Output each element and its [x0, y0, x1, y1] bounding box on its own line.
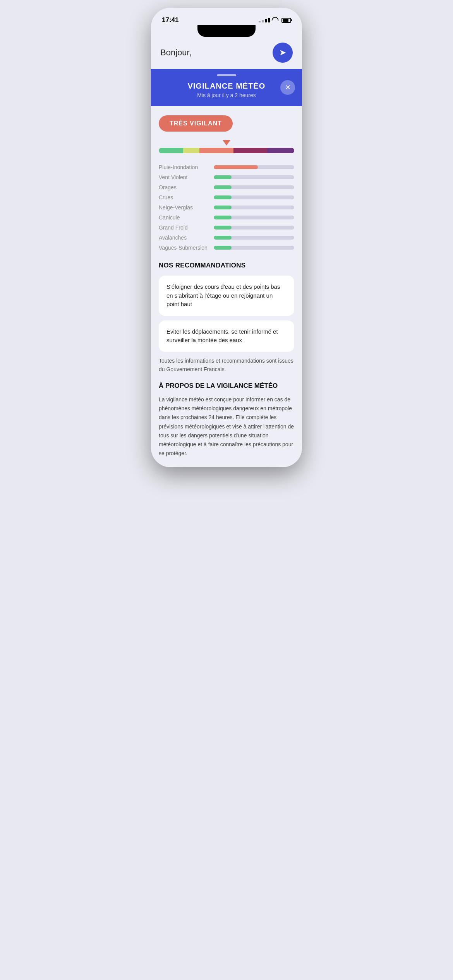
weather-bar-fill	[214, 195, 232, 199]
banner-title: VIGILANCE MÉTÉO	[160, 82, 293, 91]
weather-item: Neige-Verglas	[159, 204, 294, 211]
arrow-down-icon	[223, 140, 230, 146]
banner-subtitle: Mis à jour il y a 2 heures	[160, 92, 293, 98]
weather-item-label: Avalanches	[159, 235, 209, 241]
notch	[197, 25, 256, 37]
greeting-text: Bonjour,	[160, 48, 192, 58]
weather-bar-background	[214, 195, 294, 199]
banner: VIGILANCE MÉTÉO Mis à jour il y a 2 heur…	[151, 69, 302, 106]
phone-frame: 17:41 Bonjour, ➤ VIGILANCE MÉTÉO Mis à j…	[151, 8, 302, 467]
weather-item: Orages	[159, 184, 294, 190]
gauge-segment-purple	[267, 148, 294, 153]
weather-bar-background	[214, 216, 294, 219]
weather-bar-background	[214, 246, 294, 250]
weather-bar-fill	[214, 236, 232, 240]
gauge-segment-yellow	[183, 148, 199, 153]
weather-bar-fill	[214, 226, 232, 230]
location-button[interactable]: ➤	[273, 43, 293, 63]
weather-item: Vent Violent	[159, 174, 294, 180]
weather-item-label: Neige-Verglas	[159, 204, 209, 211]
weather-item-label: Grand Froid	[159, 224, 209, 231]
weather-bar-fill	[214, 175, 232, 179]
info-text: Toutes les informations et recommandatio…	[159, 356, 294, 374]
weather-bar-fill	[214, 216, 232, 219]
header-area: Bonjour, ➤	[151, 39, 302, 69]
weather-bar-background	[214, 175, 294, 179]
drag-handle[interactable]	[217, 74, 236, 76]
weather-bar-fill	[214, 206, 232, 209]
weather-item-label: Orages	[159, 184, 209, 190]
weather-item-label: Vagues-Submersion	[159, 245, 209, 251]
risk-gauge	[159, 140, 294, 153]
weather-item: Canicule	[159, 214, 294, 221]
weather-item-label: Pluie-Inondation	[159, 164, 209, 170]
weather-item-label: Vent Violent	[159, 174, 209, 180]
wifi-icon	[272, 18, 279, 23]
weather-item: Crues	[159, 194, 294, 200]
about-text: La vigilance météo est conçue pour infor…	[159, 395, 294, 458]
weather-item-label: Crues	[159, 194, 209, 200]
weather-bar-background	[214, 226, 294, 230]
weather-bar-fill	[214, 185, 232, 189]
weather-list: Pluie-InondationVent ViolentOragesCruesN…	[159, 164, 294, 251]
about-title: À PROPOS DE LA VIGILANCE MÉTÉO	[159, 382, 294, 390]
weather-bar-background	[214, 236, 294, 240]
weather-bar-background	[214, 185, 294, 189]
weather-bar-fill	[214, 246, 232, 250]
gauge-segment-darkred	[233, 148, 268, 153]
weather-bar-background	[214, 165, 294, 169]
signal-icon	[259, 18, 270, 22]
weather-bar-fill	[214, 165, 258, 169]
weather-item: Pluie-Inondation	[159, 164, 294, 170]
recommendations-title: NOS RECOMMANDATIONS	[159, 262, 294, 269]
weather-bar-background	[214, 206, 294, 209]
close-button[interactable]: ✕	[280, 80, 295, 95]
recommendation-card-2: Eviter les déplacements, se tenir inform…	[159, 320, 294, 352]
location-icon: ➤	[279, 48, 286, 58]
main-content: TRÈS VIGILANT Pluie-InondationVent Viole…	[151, 106, 302, 467]
weather-item: Grand Froid	[159, 224, 294, 231]
gauge-bar	[159, 148, 294, 153]
weather-item: Avalanches	[159, 235, 294, 241]
weather-item-label: Canicule	[159, 214, 209, 221]
weather-item: Vagues-Submersion	[159, 245, 294, 251]
gauge-segment-orange	[199, 148, 233, 153]
about-text-content: La vigilance météo est conçue pour infor…	[159, 396, 294, 456]
recommendation-card-1: S'éloigner des cours d'eau et des points…	[159, 276, 294, 316]
gauge-segment-green	[159, 148, 183, 153]
gauge-arrow	[159, 140, 294, 146]
status-bar: 17:41	[151, 8, 302, 27]
status-icons	[259, 18, 291, 23]
alert-badge: TRÈS VIGILANT	[159, 115, 233, 132]
status-time: 17:41	[162, 16, 178, 24]
battery-icon	[281, 18, 291, 23]
